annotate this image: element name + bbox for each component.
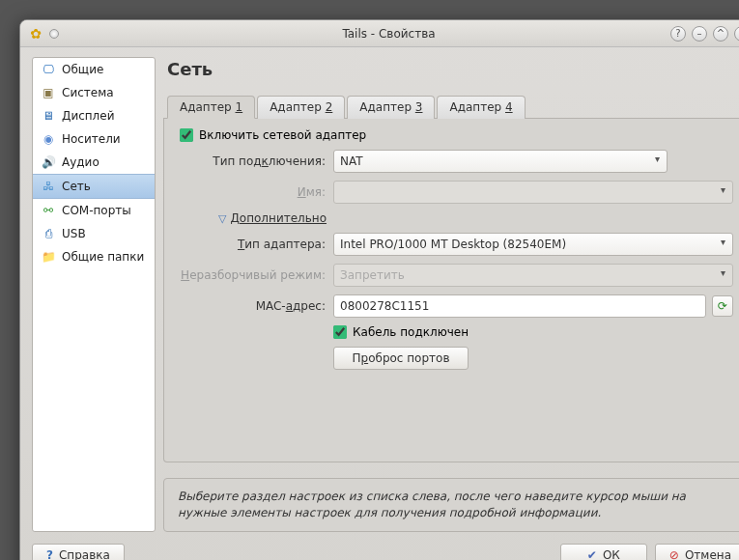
mac-address-input[interactable] <box>333 294 706 318</box>
sidebar-item-network[interactable]: 🖧Сеть <box>33 174 155 199</box>
sidebar-item-label: Носители <box>62 132 121 146</box>
adapter-tabs: Адаптер 1Адаптер 2Адаптер 3Адаптер 4 <box>163 95 739 119</box>
sidebar-item-label: USB <box>62 227 86 240</box>
sidebar-item-label: Система <box>62 86 114 99</box>
adapter-type-select[interactable]: Intel PRO/1000 MT Desktop (82540EM) <box>333 233 733 256</box>
pin-button[interactable] <box>49 29 59 39</box>
sidebar-item-label: Общие <box>62 63 103 76</box>
cable-connected-checkbox[interactable] <box>333 325 347 339</box>
sidebar-item-label: Общие папки <box>62 250 144 264</box>
help-button[interactable]: ? Справка <box>32 544 125 560</box>
help-titlebar-button[interactable]: ? <box>670 26 686 42</box>
sidebar-item-monitor[interactable]: 🖵Общие <box>33 58 155 81</box>
sidebar-item-chip[interactable]: ▣Система <box>33 81 155 104</box>
sidebar-item-speaker[interactable]: 🔊Аудио <box>33 151 155 174</box>
sidebar-item-usb[interactable]: ⎙USB <box>33 222 155 245</box>
name-select <box>333 181 733 204</box>
sidebar-item-serial[interactable]: ⚯COM-порты <box>33 199 155 222</box>
adapter-type-label: Тип адаптера: <box>176 238 326 251</box>
sidebar-item-label: Сеть <box>62 180 91 193</box>
speaker-icon: 🔊 <box>41 154 56 170</box>
ok-button[interactable]: ✔ ОК <box>560 544 647 560</box>
maximize-button[interactable]: ^ <box>713 26 728 42</box>
enable-adapter-label: Включить сетевой адаптер <box>199 128 366 142</box>
page-title: Сеть <box>163 57 739 87</box>
sidebar-item-label: Дисплей <box>62 109 114 123</box>
check-icon: ✔ <box>587 548 597 560</box>
display-icon: 🖥 <box>41 108 56 124</box>
mac-refresh-button[interactable]: ⟳ <box>712 295 733 317</box>
cancel-button[interactable]: ⊘ Отмена <box>655 544 739 560</box>
serial-icon: ⚯ <box>41 203 56 218</box>
settings-window: ✿ Tails - Свойства ? – ^ × 🖵Общие▣Систем… <box>19 19 739 560</box>
disc-icon: ◉ <box>41 131 56 147</box>
hint-box: Выберите раздел настроек из списка слева… <box>163 478 739 532</box>
cable-connected-label: Кабель подключен <box>353 325 469 339</box>
mac-address-label: MAC-адрес: <box>176 299 326 313</box>
monitor-icon: 🖵 <box>41 62 56 77</box>
settings-sidebar: 🖵Общие▣Система🖥Дисплей◉Носители🔊Аудио🖧Се… <box>32 57 156 532</box>
cancel-icon: ⊘ <box>669 548 679 560</box>
advanced-disclosure[interactable]: ▽ Дополнительно <box>176 211 733 225</box>
titlebar: ✿ Tails - Свойства ? – ^ × <box>20 20 739 47</box>
network-icon: 🖧 <box>41 179 56 194</box>
help-icon: ? <box>46 548 53 560</box>
tab-adapter-3[interactable]: Адаптер 3 <box>347 96 435 119</box>
folder-icon: 📁 <box>41 249 56 265</box>
dialog-footer: ? Справка ✔ ОК ⊘ Отмена <box>20 532 739 560</box>
chip-icon: ▣ <box>41 85 56 100</box>
connection-type-label: Тип подключения: <box>176 154 326 168</box>
window-title: Tails - Свойства <box>20 27 739 41</box>
app-icon: ✿ <box>28 26 43 42</box>
name-label: Имя: <box>176 185 326 199</box>
port-forwarding-button[interactable]: Проброс портов <box>333 347 469 370</box>
promiscuous-mode-select: Запретить <box>333 264 733 287</box>
connection-type-select[interactable]: NAT <box>333 150 668 173</box>
close-button[interactable]: × <box>734 26 739 42</box>
sidebar-item-folder[interactable]: 📁Общие папки <box>33 245 155 268</box>
enable-adapter-checkbox[interactable] <box>180 128 193 142</box>
adapter-panel: Включить сетевой адаптер Тип подключения… <box>163 119 739 462</box>
minimize-button[interactable]: – <box>692 26 707 42</box>
sidebar-item-display[interactable]: 🖥Дисплей <box>33 104 155 127</box>
refresh-icon: ⟳ <box>718 299 727 313</box>
chevron-down-icon: ▽ <box>218 212 226 225</box>
tab-adapter-1[interactable]: Адаптер 1 <box>167 96 255 119</box>
tab-adapter-2[interactable]: Адаптер 2 <box>257 96 345 119</box>
usb-icon: ⎙ <box>41 226 56 241</box>
tab-adapter-4[interactable]: Адаптер 4 <box>437 96 525 119</box>
sidebar-item-disc[interactable]: ◉Носители <box>33 127 155 151</box>
promiscuous-mode-label: Неразборчивый режим: <box>176 268 326 282</box>
sidebar-item-label: COM-порты <box>62 204 131 217</box>
sidebar-item-label: Аудио <box>62 155 99 169</box>
